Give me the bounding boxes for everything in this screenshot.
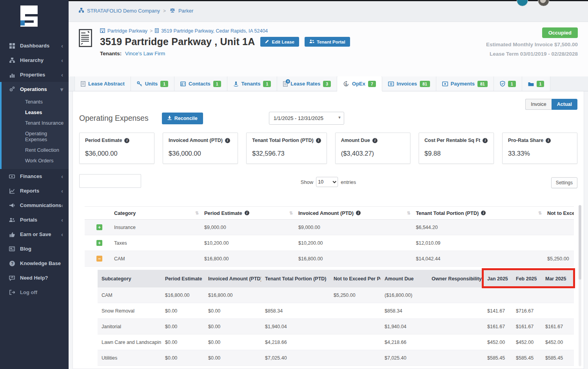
expand-row-button[interactable]: + <box>96 224 102 230</box>
sidebar-item-reports[interactable]: Reports ‹ <box>0 184 69 198</box>
document-icon: 0 <box>283 81 288 87</box>
gears-icon <box>9 86 15 92</box>
reconcile-button[interactable]: Reconcile <box>162 113 203 124</box>
tabs-bar: Lease Abstract Units 1 Contacts 1 Tenant… <box>69 76 588 91</box>
info-icon[interactable]: i <box>245 211 249 215</box>
breadcrumb-property-link[interactable]: Partridge Parkway <box>107 28 147 34</box>
sidebar-item-finances[interactable]: Finances ‹ <box>0 169 69 184</box>
tenant-link[interactable]: Vince's Law Firm <box>125 51 165 56</box>
sidebar-item-portals[interactable]: Portals ‹ <box>0 213 69 227</box>
tenant-portal-button[interactable]: Tenant Portal <box>305 37 350 47</box>
info-icon[interactable]: i <box>372 138 377 143</box>
info-icon[interactable]: i <box>316 138 321 143</box>
subcategory-value: $858.34 <box>381 308 428 314</box>
tab-lease-abstract[interactable]: Lease Abstract <box>74 76 131 91</box>
invoice-toggle-button[interactable]: Invoice <box>525 99 552 110</box>
sidebar-item-blog[interactable]: Blog <box>0 242 69 256</box>
column-header-invoiced-amount[interactable]: Invoiced Amount (PTD)i⇅ <box>294 210 412 216</box>
tab-contacts[interactable]: Contacts 1 <box>174 76 227 91</box>
date-range-select[interactable]: 1/1/2025 - 12/31/2025 <box>269 112 344 125</box>
sidebar-subitem-tenant-insurance[interactable]: Tenant Insurance <box>2 118 69 128</box>
page-title: 3519 Partridge Parkway , Unit 1A <box>100 36 255 47</box>
sidebar-item-knowledge-base[interactable]: ? Knowledge Base <box>0 256 69 271</box>
tab-invoices[interactable]: Invoices 81 <box>382 76 436 91</box>
stat-card-amount-due: Amount Duei ($3,403.27) <box>335 133 410 164</box>
entries-select[interactable]: 10 <box>316 177 338 187</box>
breadcrumb-separator: > <box>150 28 152 34</box>
subcategory-table-header: SubcategoryPeriod EstimateInvoiced Amoun… <box>98 270 574 287</box>
shield-check-icon <box>500 81 505 87</box>
sidebar-subitem-tenants[interactable]: Tenants <box>2 96 69 107</box>
tenants-label: Tenants: <box>100 51 122 56</box>
subcategory-value: $452.00 <box>512 340 541 345</box>
column-header-not-to-exceed[interactable]: Not to Exceed Per Period <box>543 210 574 216</box>
subcategory-column-header: Invoiced Amount (PTD) <box>204 276 261 282</box>
info-icon[interactable]: i <box>546 138 551 143</box>
tab-count-badge: 7 <box>368 81 376 87</box>
sidebar-subitem-work-orders[interactable]: Work Orders <box>2 155 69 166</box>
subcategory-value: $5,250.00 <box>330 293 381 298</box>
column-header-category[interactable]: Category⇅ <box>110 210 200 216</box>
category-row: +Insurance$9,000.00$9,000.00$6,544.20 <box>85 220 574 235</box>
user-avatar[interactable] <box>538 0 549 6</box>
subcategory-value: $585.45 <box>483 355 512 361</box>
info-icon[interactable]: i <box>356 211 361 215</box>
sidebar-item-operations[interactable]: Operations ▾ <box>2 82 69 96</box>
edit-lease-button[interactable]: Edit Lease <box>260 37 299 47</box>
table-search-input[interactable] <box>79 174 141 188</box>
table-scrollbar[interactable] <box>579 205 581 366</box>
stat-card-invoiced-amount: Invoiced Amount (PTD)i $36,000.00 <box>163 133 238 164</box>
expander-cell: − <box>85 256 110 262</box>
actual-toggle-button[interactable]: Actual <box>552 99 577 110</box>
sidebar-item-log-off[interactable]: Log off <box>0 285 69 300</box>
collapse-row-button[interactable]: − <box>96 256 102 262</box>
sidebar-item-need-help[interactable]: Need Help? <box>0 271 69 285</box>
svg-text:$: $ <box>345 82 347 86</box>
column-header-period-estimate[interactable]: Period Estimatei⇅ <box>200 210 294 216</box>
column-header-tenant-total-portion[interactable]: Tenant Total Portion (PTD)i⇅ <box>412 210 543 216</box>
subcategory-name: Janitorial <box>98 324 161 329</box>
subcategory-value: $452.00 <box>483 340 512 345</box>
tab-units[interactable]: Units 1 <box>131 76 174 91</box>
info-icon[interactable]: i <box>481 211 486 215</box>
users-icon <box>9 217 15 223</box>
scrollbar-thumb[interactable] <box>579 205 581 280</box>
invoice-actual-toggle: Invoice Actual <box>525 99 577 110</box>
tab-documents[interactable]: 1 <box>522 76 551 91</box>
tab-opex[interactable]: $ OpEx 7 <box>337 76 382 91</box>
sidebar-item-earn-or-save[interactable]: Earn or Save ‹ <box>0 227 69 242</box>
stat-value: 33.33% <box>508 150 572 157</box>
subcategory-value: $7,025.40 <box>381 355 428 361</box>
sidebar: Dashboards ‹ Hierarchy ‹ Properties ‹ Op… <box>0 0 69 369</box>
subcategory-value: $0.00 <box>204 355 261 361</box>
expand-row-button[interactable]: + <box>96 240 102 246</box>
tab-count-badge: 1 <box>537 81 544 87</box>
info-icon[interactable]: i <box>483 138 488 143</box>
sidebar-subitem-operating-expenses[interactable]: Operating Expenses <box>2 128 69 145</box>
sidebar-subitem-rent-collection[interactable]: Rent Collection <box>2 145 69 155</box>
tab-lease-rates[interactable]: 0 Lease Rates 3 <box>277 76 337 91</box>
breadcrumb-unit-link[interactable]: 3519 Partridge Parkway, Cedar Rapids, IA… <box>161 28 268 34</box>
settings-button[interactable]: Settings <box>551 177 577 188</box>
stratafolio-logo[interactable] <box>0 0 69 33</box>
sidebar-item-hierarchy[interactable]: Hierarchy ‹ <box>0 53 69 67</box>
tab-tenants[interactable]: Tenants 1 <box>227 76 278 91</box>
subcategory-value: $141.67 <box>483 308 512 314</box>
info-icon[interactable]: i <box>225 138 230 143</box>
subcategory-value: $585.45 <box>541 355 574 361</box>
stat-value: $36,000.00 <box>169 150 232 157</box>
notification-avatar[interactable] <box>517 0 528 6</box>
sidebar-item-communications[interactable]: Communications ‹ <box>0 198 69 213</box>
sidebar-item-dashboards[interactable]: Dashboards ‹ <box>0 38 69 53</box>
subcategory-value: $585.45 <box>512 355 541 361</box>
sidebar-item-properties[interactable]: Properties ‹ <box>0 67 69 82</box>
tab-compliance[interactable]: 1 <box>494 76 522 91</box>
breadcrumb-context-link[interactable]: Parker <box>178 8 193 14</box>
sidebar-item-label: Reports <box>20 188 39 194</box>
info-icon[interactable]: i <box>124 138 129 143</box>
chevron-left-icon: ‹ <box>61 188 63 194</box>
tab-payments[interactable]: Payments 81 <box>436 76 494 91</box>
breadcrumb-company-link[interactable]: STRATAFOLIO Demo Company <box>87 8 160 14</box>
table-controls: Show 10 entries Settings <box>79 174 577 190</box>
sidebar-subitem-leases[interactable]: Leases <box>2 107 69 118</box>
